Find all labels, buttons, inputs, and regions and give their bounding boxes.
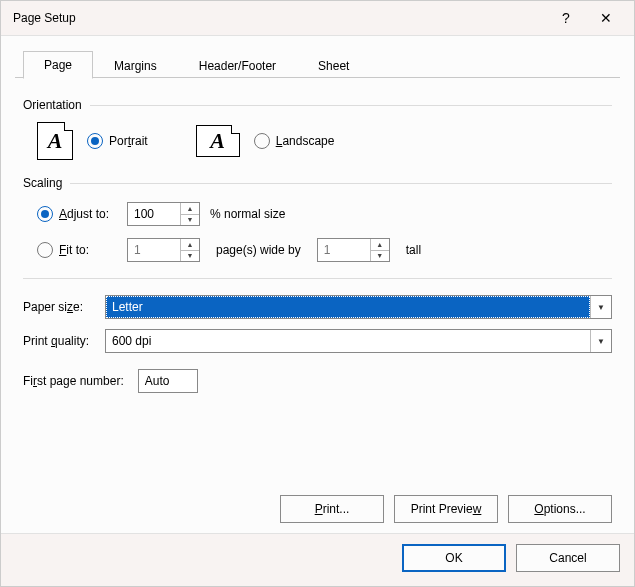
spinner-down-icon[interactable]: ▼ [371, 251, 389, 262]
print-quality-value: 600 dpi [106, 330, 590, 352]
first-page-number-label: First page number: [23, 374, 124, 388]
window-title: Page Setup [13, 11, 76, 25]
spinner-up-icon[interactable]: ▲ [371, 239, 389, 251]
titlebar: Page Setup ? ✕ [1, 1, 634, 35]
inner-button-bar: Print... Print Preview Options... [23, 491, 612, 523]
fit-wide-input[interactable] [128, 239, 180, 261]
radio-dot-icon [37, 206, 53, 222]
group-scaling: Scaling [23, 176, 612, 190]
landscape-page-icon: A [196, 125, 240, 157]
tab-page[interactable]: Page [23, 51, 93, 79]
print-quality-label: Print quality: [23, 334, 105, 348]
first-page-number-input[interactable]: Auto [138, 369, 198, 393]
page-setup-dialog: Page Setup ? ✕ Page Margins Header/Foote… [0, 0, 635, 587]
tab-headerfooter[interactable]: Header/Footer [178, 52, 297, 79]
radio-landscape[interactable]: Landscape [254, 133, 335, 149]
radio-dot-icon [87, 133, 103, 149]
orientation-portrait-cell: A Portrait [37, 122, 148, 160]
tab-panel-page: Orientation A Portrait A Landscape [1, 78, 634, 533]
tab-sheet[interactable]: Sheet [297, 52, 370, 79]
cancel-button[interactable]: Cancel [516, 544, 620, 572]
fit-wide-spinner[interactable]: ▲ ▼ [127, 238, 200, 262]
ok-button[interactable]: OK [402, 544, 506, 572]
tab-strip: Page Margins Header/Footer Sheet [1, 36, 634, 78]
dialog-footer: OK Cancel [1, 533, 634, 586]
spinner-down-icon[interactable]: ▼ [181, 215, 199, 226]
chevron-down-icon[interactable]: ▼ [590, 296, 611, 318]
radio-landscape-label: Landscape [276, 134, 335, 148]
close-button[interactable]: ✕ [586, 3, 626, 33]
chevron-down-icon[interactable]: ▼ [590, 330, 611, 352]
separator [23, 278, 612, 279]
radio-fit-to[interactable]: Fit to: [37, 242, 117, 258]
paper-size-value: Letter [106, 296, 590, 318]
adjust-to-input[interactable] [128, 203, 180, 225]
radio-portrait-label: Portrait [109, 134, 148, 148]
paper-size-label: Paper size: [23, 300, 105, 314]
paper-size-combo[interactable]: Letter ▼ [105, 295, 612, 319]
radio-adjust-label: Adjust to: [59, 207, 109, 221]
fit-middle-label: page(s) wide by [216, 243, 301, 257]
radio-portrait[interactable]: Portrait [87, 133, 148, 149]
radio-dot-icon [254, 133, 270, 149]
adjust-to-spinner[interactable]: ▲ ▼ [127, 202, 200, 226]
portrait-page-icon: A [37, 122, 73, 160]
radio-fit-label: Fit to: [59, 243, 89, 257]
spinner-up-icon[interactable]: ▲ [181, 203, 199, 215]
spinner-down-icon[interactable]: ▼ [181, 251, 199, 262]
adjust-suffix-label: % normal size [210, 207, 285, 221]
client-area: Page Margins Header/Footer Sheet Orienta… [1, 35, 634, 533]
print-button[interactable]: Print... [280, 495, 384, 523]
options-button[interactable]: Options... [508, 495, 612, 523]
print-preview-button[interactable]: Print Preview [394, 495, 498, 523]
print-quality-combo[interactable]: 600 dpi ▼ [105, 329, 612, 353]
fit-tall-input[interactable] [318, 239, 370, 261]
spinner-up-icon[interactable]: ▲ [181, 239, 199, 251]
help-button[interactable]: ? [546, 3, 586, 33]
radio-dot-icon [37, 242, 53, 258]
fit-tall-suffix-label: tall [406, 243, 421, 257]
orientation-landscape-cell: A Landscape [196, 125, 335, 157]
radio-adjust-to[interactable]: Adjust to: [37, 206, 117, 222]
tab-margins[interactable]: Margins [93, 52, 178, 79]
fit-tall-spinner[interactable]: ▲ ▼ [317, 238, 390, 262]
group-orientation: Orientation [23, 98, 612, 112]
